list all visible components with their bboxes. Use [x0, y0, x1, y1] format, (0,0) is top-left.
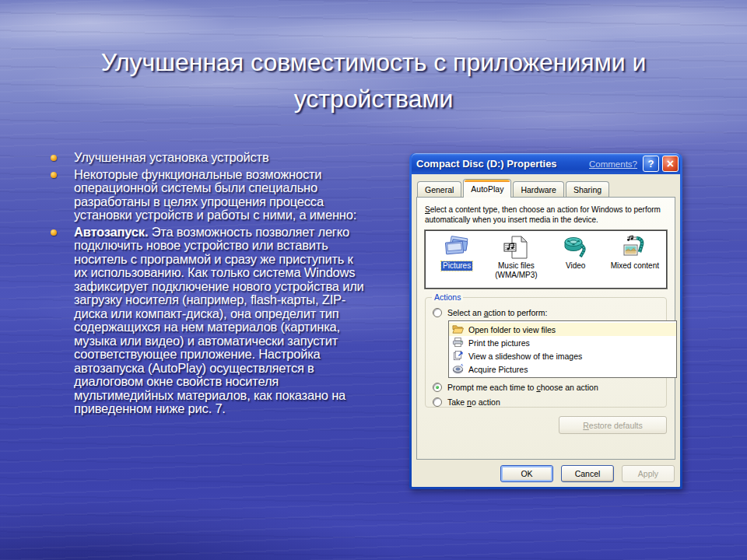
- tab-sharing[interactable]: Sharing: [566, 181, 609, 197]
- action-list: Open folder to view files: [448, 320, 677, 378]
- close-icon[interactable]: ×: [662, 156, 679, 172]
- action-label: Open folder to view files: [468, 325, 556, 334]
- action-slideshow[interactable]: View a slideshow of the images: [449, 349, 676, 362]
- printer-icon: [452, 337, 464, 348]
- bullet-icon: [51, 229, 57, 236]
- content-type-list: Pictures: [425, 230, 667, 289]
- bullet-text: Некоторые функциональные возможности опе…: [74, 167, 356, 222]
- content-type-label: Mixed content: [609, 261, 661, 271]
- action-label: View a slideshow of the images: [468, 352, 582, 361]
- pictures-icon: [443, 235, 471, 260]
- bullet-list: Улучшенная установка устройств Некоторые…: [47, 151, 364, 419]
- actions-groupbox: Actions Select an action to perform:: [425, 297, 667, 408]
- tab-strip: General AutoPlay Hardware Sharing: [412, 174, 680, 197]
- tab-general[interactable]: General: [417, 181, 461, 197]
- content-type-label: Pictures: [441, 261, 472, 271]
- restore-defaults-button[interactable]: Restore defaults: [559, 416, 667, 434]
- dialog-client-area: General AutoPlay Hardware Sharing Select…: [412, 174, 680, 487]
- tab-hardware[interactable]: Hardware: [513, 181, 564, 197]
- bullet-text: Улучшенная установка устройств: [74, 150, 268, 164]
- radio-icon-checked[interactable]: [433, 383, 442, 392]
- comments-link[interactable]: Comments?: [589, 159, 637, 169]
- action-open-folder[interactable]: Open folder to view files: [449, 323, 676, 336]
- folder-icon: [452, 324, 464, 335]
- radio-select-action[interactable]: Select an action to perform:: [433, 308, 659, 317]
- dialog-button-row: OK Cancel Apply: [500, 465, 675, 482]
- apply-button[interactable]: Apply: [622, 465, 675, 482]
- music-files-icon: [502, 235, 530, 260]
- radio-prompt-each-time[interactable]: Prompt me each time to choose an action: [433, 383, 659, 392]
- bullet-text-bold: Автозапуск.: [74, 225, 148, 239]
- slide-canvas: Улучшенная совместимость с приложениями …: [0, 0, 747, 560]
- radio-icon[interactable]: [433, 397, 442, 407]
- ok-button[interactable]: OK: [500, 465, 553, 482]
- radio-label: Take no action: [447, 397, 500, 407]
- content-type-music[interactable]: Music files(WMA/MP3): [486, 235, 545, 286]
- action-label: Print the pictures: [468, 338, 530, 348]
- bullet-item: Автозапуск. Эта возможность позволяет ле…: [47, 226, 364, 416]
- acquire-pictures-icon: [452, 363, 464, 375]
- properties-dialog: Compact Disc (D:) Properties Comments? ?…: [409, 153, 682, 489]
- bullet-item: Улучшенная установка устройств: [47, 151, 364, 165]
- mixed-content-icon: [621, 235, 649, 260]
- dialog-title: Compact Disc (D:) Properties: [416, 158, 586, 170]
- action-acquire[interactable]: Acquire Pictures: [449, 362, 676, 376]
- slideshow-icon: [452, 350, 464, 362]
- dialog-titlebar[interactable]: Compact Disc (D:) Properties Comments? ?…: [412, 153, 680, 174]
- actions-group-label: Actions: [432, 292, 463, 302]
- slide-title: Улучшенная совместимость с приложениями …: [47, 44, 700, 117]
- content-type-label: Music files(WMA/MP3): [493, 261, 538, 279]
- content-type-video[interactable]: Video: [546, 235, 605, 286]
- tab-autoplay[interactable]: AutoPlay: [463, 179, 511, 198]
- cancel-button[interactable]: Cancel: [561, 465, 614, 482]
- bullet-item: Некоторые функциональные возможности опе…: [47, 168, 364, 222]
- video-icon: [562, 235, 590, 260]
- bullet-text: Эта возможность позволяет легко подключи…: [74, 225, 364, 416]
- radio-take-no-action[interactable]: Take no action: [433, 397, 659, 407]
- radio-label: Prompt me each time to choose an action: [447, 383, 598, 392]
- action-label: Acquire Pictures: [468, 365, 528, 374]
- bullet-icon: [51, 155, 57, 161]
- autoplay-tab-panel: Select a content type, then choose an ac…: [416, 197, 675, 460]
- instruction-text: Select a content type, then choose an ac…: [425, 205, 667, 225]
- bullet-icon: [51, 172, 57, 178]
- content-type-pictures[interactable]: Pictures: [427, 235, 486, 286]
- content-type-mixed[interactable]: Mixed content: [605, 235, 665, 286]
- radio-icon[interactable]: [433, 308, 442, 317]
- content-type-label: Video: [564, 261, 587, 271]
- action-print[interactable]: Print the pictures: [449, 336, 676, 349]
- help-icon[interactable]: ?: [643, 156, 659, 172]
- radio-label: Select an action to perform:: [447, 308, 547, 317]
